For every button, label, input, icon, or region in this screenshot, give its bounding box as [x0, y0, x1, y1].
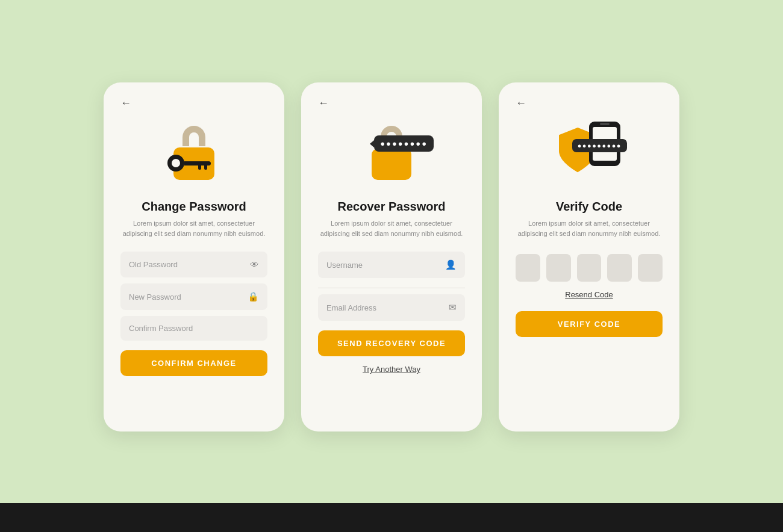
resend-code-link[interactable]: Resend Code — [516, 290, 663, 299]
lock-body — [173, 147, 214, 180]
change-password-icon-area — [120, 117, 267, 189]
key-shaft — [184, 161, 211, 165]
password-bubble-2: ●●●●●●●●● — [572, 139, 627, 152]
key-tooth-1 — [198, 165, 201, 170]
svg-rect-2 — [600, 123, 610, 125]
back-button-2[interactable]: ← — [318, 97, 329, 110]
email-label: Email Address — [326, 303, 376, 312]
code-box-5[interactable] — [638, 254, 663, 282]
bottom-bar — [0, 503, 783, 532]
old-password-field[interactable]: Old Password 👁 — [120, 252, 267, 277]
code-box-4[interactable] — [607, 254, 632, 282]
try-another-way-link[interactable]: Try Another Way — [318, 365, 465, 374]
code-input-group — [516, 254, 663, 282]
shield-phone-icon: ●●●●●●●●● — [556, 120, 622, 186]
old-password-label: Old Password — [129, 260, 178, 269]
lock-icon: 🔒 — [248, 291, 259, 302]
new-password-field[interactable]: New Password 🔒 — [120, 283, 267, 310]
key-icon — [167, 155, 211, 172]
recover-password-icon-area: ●●●●●●●● — [318, 117, 465, 189]
padlock-icon: ●●●●●●●● — [367, 126, 416, 180]
send-recovery-code-button[interactable]: SEND RECOVERY CODE — [318, 330, 465, 356]
screens-container: ← Change Password — [104, 82, 679, 450]
change-password-title: Change Password — [120, 200, 267, 214]
recover-password-screen: ← ●●●●●●●● Recover Password Lorem ipsum … — [301, 82, 482, 431]
lock-key-icon — [167, 126, 221, 180]
confirm-password-field[interactable]: Confirm Password — [120, 316, 267, 341]
key-teeth — [198, 165, 207, 170]
confirm-password-label: Confirm Password — [129, 324, 193, 333]
back-button-1[interactable]: ← — [120, 97, 131, 110]
verify-code-icon-area: ●●●●●●●●● — [516, 117, 663, 189]
recover-password-title: Recover Password — [318, 200, 465, 214]
verify-code-title: Verify Code — [516, 200, 663, 214]
email-field[interactable]: Email Address ✉ — [318, 294, 465, 321]
verify-code-button[interactable]: VERIFY CODE — [516, 311, 663, 337]
back-button-3[interactable]: ← — [516, 97, 526, 110]
new-password-label: New Password — [129, 292, 181, 302]
recover-password-desc: Lorem ipsum dolor sit amet, consectetuer… — [318, 218, 465, 238]
key-head — [167, 155, 184, 172]
key-tooth-2 — [204, 165, 207, 170]
verify-code-screen: ← ●●●●●●●●● Verify Code Lorem ipsum dolo… — [499, 82, 679, 431]
code-box-3[interactable] — [577, 254, 602, 282]
confirm-change-button[interactable]: CONFIRM CHANGE — [120, 350, 267, 376]
code-box-1[interactable] — [516, 254, 540, 282]
email-icon: ✉ — [449, 302, 457, 313]
code-box-2[interactable] — [546, 254, 571, 282]
verify-code-desc: Lorem ipsum dolor sit amet, consectetuer… — [516, 218, 663, 238]
username-label: Username — [326, 261, 363, 270]
user-icon: 👤 — [445, 259, 457, 270]
lock-shackle — [182, 126, 205, 146]
password-bubble-1: ●●●●●●●● — [374, 135, 434, 152]
eye-icon: 👁 — [250, 259, 259, 270]
change-password-screen: ← Change Password — [104, 82, 284, 431]
padlock-body — [372, 149, 411, 180]
username-field[interactable]: Username 👤 — [318, 252, 465, 278]
field-separator — [318, 288, 465, 288]
change-password-desc: Lorem ipsum dolor sit amet, consectetuer… — [120, 218, 267, 238]
